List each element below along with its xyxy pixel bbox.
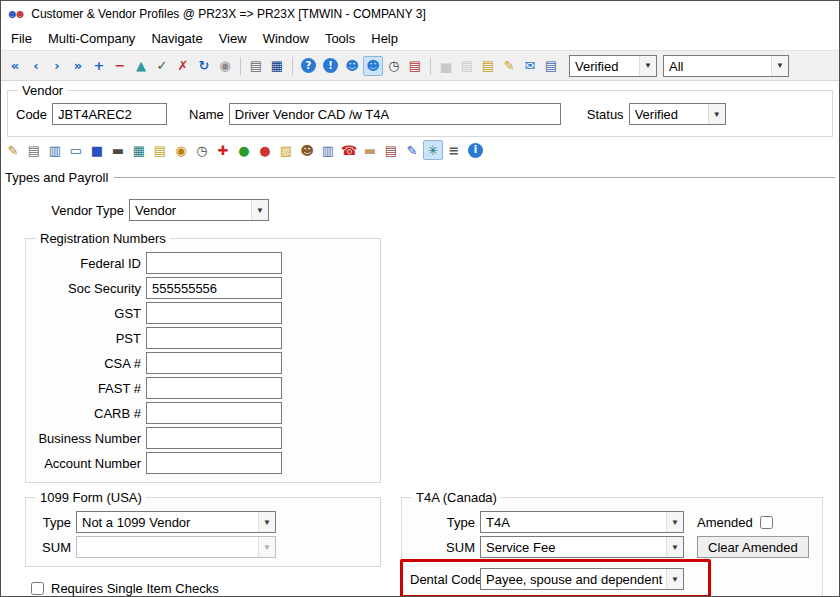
last-record-icon[interactable]: » [68, 56, 88, 76]
chevron-down-icon[interactable]: ▼ [708, 104, 725, 124]
code-input[interactable] [52, 103, 167, 125]
flagged-page-icon[interactable]: ▤ [381, 140, 401, 160]
gst-input[interactable] [146, 302, 282, 324]
medical-cross-icon[interactable]: ✚ [213, 140, 233, 160]
customer-profile-icon[interactable]: ☻ [342, 56, 362, 76]
print-icon[interactable]: ▤ [246, 56, 266, 76]
info-icon[interactable]: ! [323, 58, 338, 73]
t4a-sum-label: SUM [410, 540, 480, 555]
cassette-icon[interactable]: ▬ [108, 140, 128, 160]
save-disk-icon[interactable]: ■ [87, 140, 107, 160]
types-payroll-icon[interactable]: ✳ [423, 140, 443, 160]
main-toolbar-icons: «‹›»+−▲✓✗↻◉▤▦?!☻☻◷▤▅▤▤✎✉▤ [5, 56, 561, 76]
federal-id-input[interactable] [146, 252, 282, 274]
amended-checkbox[interactable] [760, 516, 773, 529]
print-checks-icon[interactable]: ▤ [405, 56, 425, 76]
id-card-icon[interactable]: ▭ [66, 140, 86, 160]
cancel-icon[interactable]: ✗ [173, 56, 193, 76]
chevron-down-icon[interactable]: ▼ [666, 537, 683, 557]
menu-multi-company[interactable]: Multi-Company [40, 28, 143, 49]
menu-window[interactable]: Window [255, 28, 317, 49]
title-bar: ☻☻ Customer & Vendor Profiles @ PR23X =>… [1, 1, 839, 26]
section-title: Types and Payroll [5, 170, 108, 185]
drop-icon[interactable]: ● [255, 140, 275, 160]
1099-type-dropdown[interactable]: Not a 1099 Vendor ▼ [76, 511, 276, 533]
requires-single-item-checks-checkbox[interactable] [31, 582, 44, 595]
sticky-notes-icon[interactable]: ▤ [150, 140, 170, 160]
clock-icon[interactable]: ◷ [192, 140, 212, 160]
pen-icon[interactable]: ✎ [402, 140, 422, 160]
form-row: CARB # [34, 402, 372, 424]
report-icon[interactable]: ▤ [457, 56, 477, 76]
form-row: Account Number [34, 452, 372, 474]
1099-type-label: Type [34, 515, 76, 530]
notes-icon[interactable]: ▤ [478, 56, 498, 76]
requires-single-item-checks-label: Requires Single Item Checks [51, 581, 219, 596]
chevron-down-icon[interactable]: ▼ [639, 56, 656, 76]
print-page-icon[interactable]: ▤ [24, 140, 44, 160]
monitor-icon[interactable]: ▦ [267, 56, 287, 76]
dental-code-dropdown[interactable]: Payee, spouse and dependent chi ▼ [480, 568, 684, 590]
previous-record-icon[interactable]: ‹ [26, 56, 46, 76]
view-record-icon[interactable]: ◉ [215, 56, 235, 76]
people-icon[interactable]: ☻ [297, 140, 317, 160]
send-mail-icon[interactable]: ✉ [520, 56, 540, 76]
vendor-profile-icon[interactable]: ☻ [363, 56, 383, 76]
vendor-type-dropdown[interactable]: Vendor ▼ [129, 199, 269, 221]
clear-amended-button[interactable]: Clear Amended [697, 536, 809, 558]
fast-input[interactable] [146, 377, 282, 399]
pst-input[interactable] [146, 327, 282, 349]
status-dropdown[interactable]: Verified ▼ [629, 103, 726, 125]
chevron-down-icon[interactable]: ▼ [666, 569, 683, 589]
folder-icon[interactable]: ▬ [360, 140, 380, 160]
calculator-icon[interactable]: ▦ [129, 140, 149, 160]
form-row: SUM ▼ [34, 536, 372, 558]
account-card-icon[interactable]: ▥ [318, 140, 338, 160]
soc-security-input[interactable] [146, 277, 282, 299]
add-record-icon[interactable]: + [89, 56, 109, 76]
1099-sum-dropdown[interactable]: ▼ [76, 536, 276, 558]
chevron-down-icon[interactable]: ▼ [666, 512, 683, 532]
menu-help[interactable]: Help [363, 28, 406, 49]
info-globe-icon[interactable]: i [468, 143, 483, 158]
carb-input[interactable] [146, 402, 282, 424]
edit-notes-icon[interactable]: ✎ [499, 56, 519, 76]
list-report-icon[interactable]: ≡ [444, 140, 464, 160]
chevron-down-icon[interactable]: ▼ [251, 200, 268, 220]
menu-navigate[interactable]: Navigate [143, 28, 210, 49]
flask-icon[interactable]: ● [234, 140, 254, 160]
name-input[interactable] [229, 103, 561, 125]
menu-file[interactable]: File [3, 28, 40, 49]
scroll-icon[interactable]: ▨ [276, 140, 296, 160]
menu-bar: File Multi-Company Navigate View Window … [1, 26, 839, 50]
dental-code-value: Payee, spouse and dependent chi [481, 569, 666, 589]
t4a-sum-dropdown[interactable]: Service Fee ▼ [480, 536, 684, 558]
next-record-icon[interactable]: › [47, 56, 67, 76]
refresh-icon[interactable]: ↻ [194, 56, 214, 76]
accept-icon[interactable]: ✓ [152, 56, 172, 76]
chevron-down-icon[interactable]: ▼ [258, 512, 275, 532]
coins-icon[interactable]: ◉ [171, 140, 191, 160]
collapse-icon[interactable]: ▲ [131, 56, 151, 76]
chart-icon[interactable]: ▅ [436, 56, 456, 76]
chevron-down-icon[interactable]: ▼ [771, 56, 788, 76]
form-row: Type Not a 1099 Vendor ▼ [34, 511, 372, 533]
delete-record-icon[interactable]: − [110, 56, 130, 76]
t4a-type-dropdown[interactable]: T4A ▼ [480, 511, 684, 533]
print-preview-icon[interactable]: ▤ [541, 56, 561, 76]
business-number-input[interactable] [146, 427, 282, 449]
edit-page-icon[interactable]: ✎ [3, 140, 23, 160]
first-record-icon[interactable]: « [5, 56, 25, 76]
all-filter-dropdown[interactable]: All ▼ [663, 55, 789, 77]
app-icon: ☻☻ [6, 7, 26, 21]
clock-icon[interactable]: ◷ [384, 56, 404, 76]
ledger-book-icon[interactable]: ▥ [45, 140, 65, 160]
help-globe-icon[interactable]: ? [301, 58, 316, 73]
amended-group: Amended [697, 515, 773, 530]
menu-tools[interactable]: Tools [317, 28, 363, 49]
phone-icon[interactable]: ☎ [339, 140, 359, 160]
account-number-input[interactable] [146, 452, 282, 474]
menu-view[interactable]: View [211, 28, 255, 49]
verified-filter-dropdown[interactable]: Verified ▼ [569, 55, 657, 77]
csa-input[interactable] [146, 352, 282, 374]
